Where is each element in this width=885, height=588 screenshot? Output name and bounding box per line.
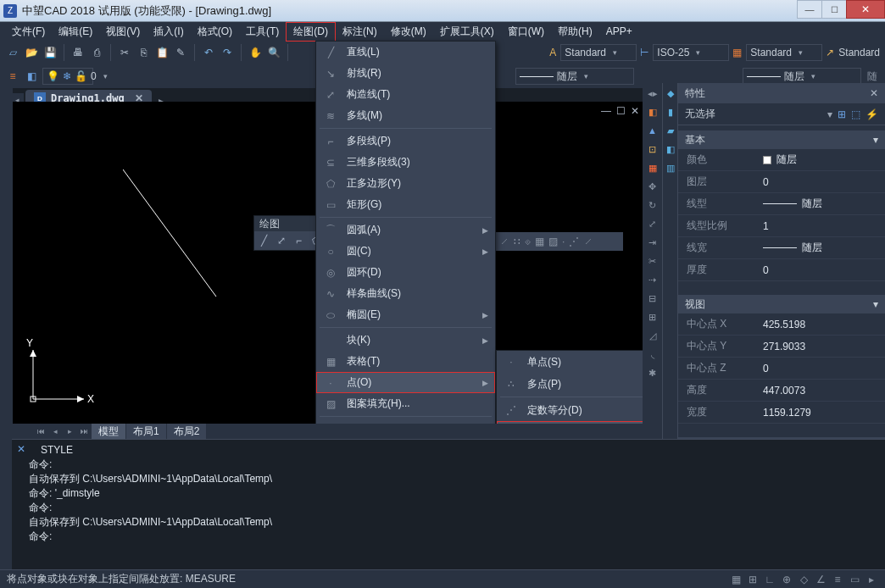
command-x-icon[interactable]: ✕	[17, 443, 25, 455]
text-style-icon[interactable]: A	[549, 47, 556, 58]
status-expand-icon[interactable]: ▸	[865, 573, 878, 586]
prop-row[interactable]: 颜色随层	[678, 149, 885, 171]
drawmenu-item-14[interactable]: ⬭椭圆(E)▶	[316, 304, 495, 325]
bylayer-icon[interactable]: 随	[865, 69, 880, 84]
layer-state-icon[interactable]: ◧	[24, 69, 39, 84]
mod-icon-6[interactable]: ·	[562, 236, 565, 247]
quickselect-icon[interactable]: ⊞	[838, 108, 846, 120]
vm-offset-icon[interactable]: ⊡	[646, 142, 660, 156]
menu-6[interactable]: 绘图(D)	[286, 22, 336, 42]
vi-1-icon[interactable]: ◆	[664, 86, 677, 100]
menu-9[interactable]: 扩展工具(X)	[433, 23, 501, 41]
collapse-icon[interactable]: ▾	[873, 134, 878, 146]
prop-row[interactable]: 高度447.0073	[678, 380, 885, 402]
vm-extend-icon[interactable]: ⇢	[646, 273, 660, 286]
prop-row[interactable]: 厚度0	[678, 259, 885, 281]
redo-icon[interactable]: ↷	[220, 45, 235, 60]
section-view[interactable]: 视图	[685, 297, 705, 312]
layout-nav-next[interactable]: ▸	[63, 424, 76, 438]
prop-row[interactable]: 中心点 Y271.9033	[678, 336, 885, 358]
menu-7[interactable]: 标注(N)	[336, 23, 384, 41]
status-grid-icon[interactable]: ⊞	[746, 573, 760, 586]
layout-nav-first[interactable]: ⏮	[34, 424, 47, 438]
prop-row[interactable]: 线型比例1	[678, 215, 885, 237]
drawmenu-item-18[interactable]: ·点(O)▶	[316, 372, 495, 393]
match-icon[interactable]: ✎	[173, 45, 188, 60]
text-style-combo[interactable]: Standard	[560, 44, 637, 61]
drawmenu-item-10[interactable]: ⌒圆弧(A)▶	[316, 219, 495, 241]
lineweight-combo[interactable]: 随层	[743, 68, 861, 85]
drawmenu-item-13[interactable]: ∿样条曲线(S)	[316, 283, 495, 304]
vm-join-icon[interactable]: ⊞	[646, 310, 660, 324]
prop-row[interactable]: 图层0	[678, 171, 885, 193]
drawmenu-item-12[interactable]: ◎圆环(D)	[316, 262, 495, 283]
command-window[interactable]: ✕ STYLE命令:自动保存到 C:\Users\ADMINI~1\AppDat…	[12, 439, 885, 569]
collapse-icon[interactable]: ▾	[873, 298, 878, 310]
print-preview-icon[interactable]: ⎙	[89, 45, 104, 60]
save-icon[interactable]: 💾	[42, 45, 58, 60]
vm-scale-icon[interactable]: ⤢	[646, 217, 660, 230]
drawmenu-item-5[interactable]: ⌐多段线(P)	[316, 130, 495, 152]
drawmenu-item-0[interactable]: ╱直线(L)	[316, 42, 495, 63]
print-icon[interactable]: 🖶	[70, 45, 86, 60]
tab-layout1[interactable]: 布局1	[126, 424, 166, 440]
cut-icon[interactable]: ✂	[117, 45, 132, 60]
menu-0[interactable]: 文件(F)	[5, 23, 52, 41]
prop-row[interactable]: 线型随层	[678, 193, 885, 215]
dim-style-combo[interactable]: ISO-25	[653, 44, 729, 61]
menu-3[interactable]: 插入(I)	[147, 23, 190, 41]
drawmenu-item-3[interactable]: ≋多线(M)	[316, 105, 495, 126]
command-grip[interactable]	[0, 439, 12, 569]
vm-mirror-icon[interactable]: ▲	[646, 124, 660, 137]
mod-icon-4[interactable]: ▦	[535, 236, 544, 247]
zoom-icon[interactable]: 🔍	[266, 45, 281, 60]
drawmenu-item-6[interactable]: ⊆三维多段线(3)	[316, 152, 495, 173]
pan-icon[interactable]: ✋	[248, 45, 263, 60]
status-osnap-icon[interactable]: ◇	[797, 573, 810, 586]
copy-icon[interactable]: ⎘	[136, 45, 151, 60]
dim-style-icon[interactable]: ⊢	[640, 47, 648, 58]
open-icon[interactable]: 📂	[24, 45, 39, 60]
layout-nav-last[interactable]: ⏭	[77, 424, 91, 438]
prop-row[interactable]: 线宽随层	[678, 237, 885, 259]
paste-icon[interactable]: 📋	[154, 45, 170, 60]
mod-icon-3[interactable]: ⟐	[525, 236, 531, 247]
drawmenu-item-7[interactable]: ⬠正多边形(Y)	[316, 173, 495, 194]
status-polar-icon[interactable]: ⊕	[780, 573, 793, 586]
canvas-max-icon[interactable]: ☐	[616, 105, 626, 117]
status-ortho-icon[interactable]: ∟	[763, 573, 776, 586]
menu-11[interactable]: 帮助(H)	[551, 23, 599, 41]
vi-5-icon[interactable]: ▥	[664, 161, 677, 175]
vm-break-icon[interactable]: ⊟	[646, 291, 660, 305]
drawmenu-item-17[interactable]: ▦表格(T)	[316, 351, 495, 372]
sel-arrow-icon[interactable]: ▾	[827, 108, 832, 120]
vm-move-icon[interactable]: ✥	[646, 180, 660, 193]
vm-fillet-icon[interactable]: ◟	[646, 347, 660, 361]
modify-toolbar[interactable]: ⟋ ∷ ⟐ ▦ ▨ · ⋰ ⟋	[496, 232, 623, 251]
menu-10[interactable]: 窗口(W)	[501, 23, 551, 41]
prop-row[interactable]: 中心点 X425.5198	[678, 313, 885, 336]
flash-icon[interactable]: ⚡	[866, 108, 878, 120]
vm-chamfer-icon[interactable]: ◿	[646, 329, 660, 342]
window-close[interactable]	[846, 0, 885, 19]
drawmenu-item-1[interactable]: ↘射线(R)	[316, 63, 495, 84]
drawmenu-item-16[interactable]: 块(K)▶	[316, 330, 495, 351]
select-icon[interactable]: ⬚	[851, 108, 860, 120]
menu-2[interactable]: 视图(V)	[99, 23, 147, 41]
mod-icon-7[interactable]: ⋰	[569, 236, 579, 247]
layer-manager-icon[interactable]: ≡	[5, 69, 20, 84]
linetype-combo[interactable]: 随层	[515, 68, 634, 85]
window-maximize[interactable]	[821, 0, 847, 19]
status-otrack-icon[interactable]: ∠	[814, 573, 827, 586]
vi-4-icon[interactable]: ◧	[664, 142, 677, 156]
drawmenu-item-19[interactable]: ▨图案填充(H)...	[316, 393, 495, 414]
prop-row[interactable]: 宽度1159.1279	[678, 402, 885, 424]
layout-nav-prev[interactable]: ◂	[48, 424, 62, 438]
tool-line-icon[interactable]: ╱	[258, 234, 270, 247]
tab-model[interactable]: 模型	[92, 424, 125, 440]
tool-pline-icon[interactable]: ⌐	[292, 234, 305, 247]
menu-4[interactable]: 格式(O)	[191, 23, 239, 41]
properties-close-icon[interactable]: ✕	[870, 87, 878, 99]
menu-1[interactable]: 编辑(E)	[52, 23, 99, 41]
canvas-close-icon[interactable]: ✕	[631, 105, 639, 117]
